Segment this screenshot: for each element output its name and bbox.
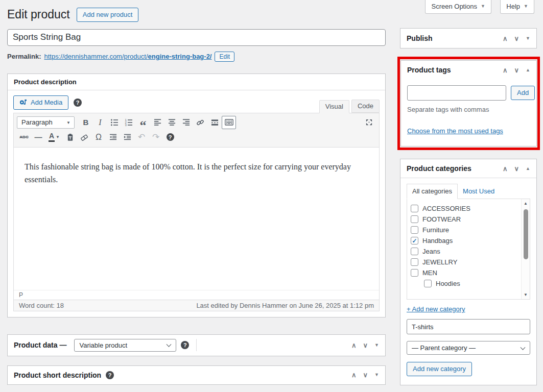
link-icon — [196, 118, 204, 127]
undo-button[interactable]: ↶ — [134, 131, 149, 144]
checkbox[interactable] — [411, 226, 418, 234]
new-category-name-input[interactable] — [407, 319, 530, 334]
product-title-input[interactable] — [7, 29, 386, 46]
move-up-button[interactable]: ∧ — [503, 67, 508, 74]
toggle-panel-button[interactable]: ▼ — [374, 343, 379, 348]
category-label[interactable]: Hoodies — [436, 280, 460, 287]
align-center-button[interactable] — [164, 116, 179, 129]
toggle-panel-button[interactable]: ▼ — [374, 373, 379, 377]
toolbar-toggle-button[interactable] — [222, 116, 236, 129]
category-label[interactable]: Furniture — [422, 226, 449, 234]
category-row[interactable]: Furniture — [411, 225, 518, 235]
annotation-highlight-box: Product tags ∧ ∨ ▲ Add Separate tags wit… — [397, 57, 540, 150]
toggle-panel-button[interactable]: ▲ — [526, 68, 530, 72]
checkbox[interactable] — [424, 280, 432, 287]
short-description-help-icon[interactable]: ? — [106, 371, 114, 379]
permalink-link[interactable]: https://dennishammer.com/product/engine-… — [44, 53, 211, 60]
paragraph-format-select[interactable]: Paragraph ▼ — [17, 116, 75, 129]
scrollbar[interactable]: ▲ ▼ — [521, 199, 530, 299]
editor-help-icon[interactable]: ? — [74, 99, 82, 107]
redo-button[interactable]: ↷ — [149, 131, 163, 144]
divider — [196, 339, 197, 351]
category-label[interactable]: ACCESSORIES — [422, 205, 470, 212]
add-new-category-link[interactable]: + Add new category — [407, 305, 465, 313]
move-down-button[interactable]: ∨ — [514, 165, 520, 172]
category-row[interactable]: MEN — [411, 267, 518, 278]
indent-button[interactable] — [120, 131, 134, 144]
numbered-list-button[interactable]: 123 — [122, 116, 136, 129]
category-label[interactable]: MEN — [422, 269, 437, 277]
permalink-slug: engine-string-bag-2/ — [148, 53, 212, 60]
tab-all-categories[interactable]: All categories — [407, 184, 458, 199]
category-label[interactable]: FOOTWEAR — [422, 215, 461, 223]
category-row[interactable]: ACCESSORIES — [411, 203, 518, 214]
paste-as-text-button[interactable] — [63, 131, 77, 144]
parent-category-select[interactable]: — Parent category — — [407, 341, 530, 355]
editor-content-area[interactable]: This fashionable string bag is made of 1… — [14, 147, 379, 290]
edit-permalink-button[interactable]: Edit — [215, 52, 234, 62]
move-up-button[interactable]: ∧ — [503, 35, 508, 42]
checkbox[interactable] — [411, 269, 418, 277]
category-row[interactable]: ✓ Handbags — [411, 235, 518, 246]
fullscreen-button[interactable] — [362, 116, 376, 129]
tab-code[interactable]: Code — [351, 100, 380, 113]
outdent-button[interactable] — [106, 131, 120, 144]
scroll-up-icon[interactable]: ▲ — [522, 201, 530, 206]
move-down-button[interactable]: ∨ — [363, 372, 368, 378]
move-up-button[interactable]: ∧ — [503, 165, 508, 172]
add-media-button[interactable]: Add Media — [13, 95, 68, 110]
align-left-button[interactable] — [150, 116, 164, 129]
clear-formatting-button[interactable] — [77, 131, 91, 144]
tab-most-used[interactable]: Most Used — [458, 184, 500, 199]
keyboard-icon — [225, 118, 233, 126]
strikethrough-button[interactable]: ABC — [17, 131, 31, 144]
category-row[interactable]: Hoodies — [411, 278, 518, 289]
checkbox[interactable] — [411, 248, 418, 255]
special-character-button[interactable]: Ω — [91, 131, 106, 144]
move-up-button[interactable]: ∧ — [351, 342, 357, 349]
product-short-description-panel: Product short description ? ∧ ∨ ▼ — [7, 365, 386, 385]
toggle-panel-button[interactable]: ▲ — [526, 166, 530, 171]
category-row[interactable]: FOOTWEAR — [411, 214, 518, 225]
product-type-select[interactable]: Variable product — [74, 339, 176, 352]
keyboard-shortcuts-button[interactable]: ? — [163, 131, 177, 144]
text-color-button[interactable]: A▼ — [45, 131, 63, 144]
checkbox[interactable] — [411, 205, 418, 212]
read-more-button[interactable] — [207, 116, 222, 129]
checkbox[interactable] — [411, 215, 418, 223]
product-data-help-icon[interactable]: ? — [181, 341, 189, 349]
product-tags-panel: Product tags ∧ ∨ ▲ Add Separate tags wit… — [400, 60, 537, 146]
tab-visual[interactable]: Visual — [319, 100, 349, 113]
bold-button[interactable]: B — [79, 116, 93, 129]
dropdown-triangle-icon: ▼ — [56, 135, 60, 139]
category-row[interactable]: Jeans — [411, 246, 518, 257]
checkbox[interactable] — [411, 258, 418, 266]
category-label[interactable]: Jeans — [422, 248, 440, 255]
word-count: Word count: 18 — [19, 302, 64, 309]
move-down-button[interactable]: ∨ — [514, 67, 520, 74]
checkbox-checked[interactable]: ✓ — [411, 237, 418, 244]
scroll-down-icon[interactable]: ▼ — [522, 292, 530, 297]
blockquote-button[interactable]: “ — [136, 116, 150, 129]
toggle-panel-button[interactable]: ▼ — [526, 36, 530, 41]
move-down-button[interactable]: ∨ — [363, 342, 368, 349]
category-label[interactable]: JEWELLRY — [422, 258, 457, 266]
choose-most-used-tags-link[interactable]: Choose from the most used tags — [407, 127, 503, 135]
italic-button[interactable]: I — [93, 116, 107, 129]
horizontal-rule-button[interactable]: — — [31, 131, 45, 144]
category-label[interactable]: Handbags — [422, 237, 453, 244]
add-new-product-button[interactable]: Add new product — [77, 8, 139, 22]
new-tag-input[interactable] — [407, 85, 506, 101]
move-down-button[interactable]: ∨ — [514, 35, 520, 42]
align-right-button[interactable] — [179, 116, 193, 129]
category-row[interactable]: JEWELLRY — [411, 257, 518, 267]
editor-status-bar: Word count: 18 Last edited by Dennis Ham… — [14, 300, 379, 311]
scrollbar-thumb[interactable] — [524, 209, 528, 259]
product-description-panel: Product description Add Media ? Visual C… — [7, 74, 386, 317]
add-tag-button[interactable]: Add — [511, 86, 535, 100]
move-up-button[interactable]: ∧ — [351, 372, 357, 378]
add-new-category-button[interactable]: Add new category — [407, 362, 472, 376]
numbered-list-icon: 123 — [125, 118, 133, 127]
bullet-list-button[interactable] — [107, 116, 122, 129]
insert-link-button[interactable] — [193, 116, 207, 129]
